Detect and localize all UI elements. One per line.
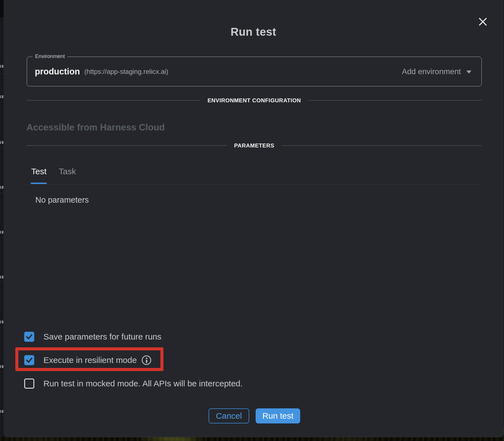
accessibility-note: Accessible from Harness Cloud <box>26 122 165 133</box>
option-label: Save parameters for future runs <box>43 332 162 341</box>
parameters-divider: PARAMETERS <box>27 142 482 149</box>
environment-configuration-divider: ENVIRONMENT CONFIGURATION <box>27 97 482 104</box>
parameters-tabs: Test Task <box>31 167 76 176</box>
tabs-baseline <box>27 184 482 185</box>
dialog-title: Run test <box>4 26 503 38</box>
environment-url: (https://app-staging.relicx.ai) <box>84 68 168 76</box>
screen: Run test Environment production (https:/… <box>0 0 504 441</box>
tab-test[interactable]: Test <box>31 167 47 176</box>
underlying-page-edge <box>0 0 4 437</box>
parameters-label: PARAMETERS <box>227 142 282 149</box>
no-parameters-text: No parameters <box>35 195 89 205</box>
underlying-header-edge <box>0 0 4 18</box>
environment-legend: Environment <box>33 53 67 59</box>
option-save-parameters: Save parameters for future runs <box>24 331 162 342</box>
run-test-dialog: Run test Environment production (https:/… <box>4 0 503 437</box>
option-mocked-mode: Run test in mocked mode. All APIs will b… <box>24 378 243 389</box>
environment-name: production <box>35 67 80 77</box>
cancel-button[interactable]: Cancel <box>209 408 249 423</box>
option-resilient-mode: Execute in resilient mode <box>24 355 151 366</box>
active-tab-indicator <box>31 183 47 184</box>
checkbox-resilient-mode[interactable] <box>24 355 34 365</box>
tab-task[interactable]: Task <box>59 167 76 176</box>
dialog-actions: Cancel Run test <box>209 408 300 423</box>
info-icon[interactable] <box>142 355 151 365</box>
chevron-down-icon <box>466 71 471 74</box>
check-icon <box>25 356 33 364</box>
check-icon <box>25 333 33 341</box>
checkbox-mocked-mode[interactable] <box>24 379 34 389</box>
checkbox-save-parameters[interactable] <box>24 332 34 342</box>
option-label: Execute in resilient mode <box>43 355 137 365</box>
option-label: Run test in mocked mode. All APIs will b… <box>43 379 243 388</box>
add-environment-label: Add environment <box>402 67 461 76</box>
add-environment-button[interactable]: Add environment <box>402 67 471 76</box>
environment-configuration-label: ENVIRONMENT CONFIGURATION <box>200 97 308 104</box>
run-test-button[interactable]: Run test <box>256 408 300 423</box>
environment-select[interactable]: production (https://app-staging.relicx.a… <box>27 57 482 86</box>
close-icon[interactable] <box>477 16 489 28</box>
